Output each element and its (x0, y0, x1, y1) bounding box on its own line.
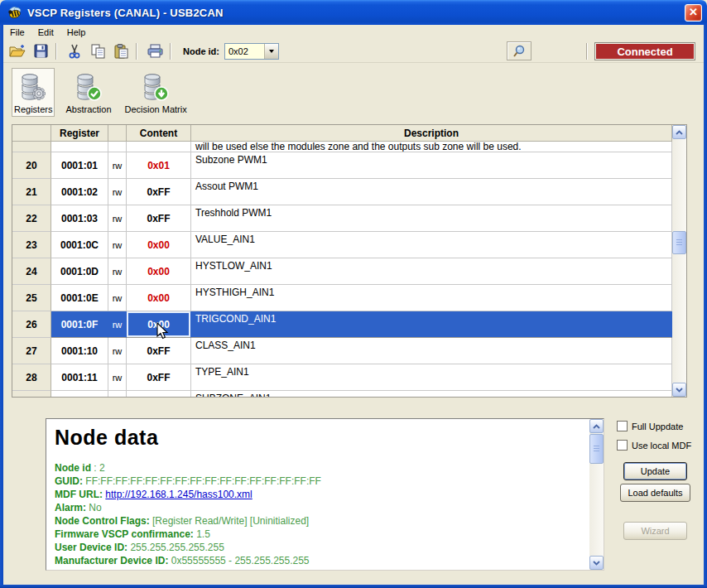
cell-number[interactable]: 28 (12, 364, 51, 391)
use-local-mdf-option[interactable]: Use local MDF (617, 440, 700, 451)
cell-flag[interactable]: rw (108, 338, 127, 364)
table-scrollbar[interactable] (672, 125, 686, 397)
cell-flag[interactable]: rw (108, 232, 127, 258)
wizard-button[interactable]: Wizard (623, 522, 687, 540)
cell-register[interactable]: 0001:10 (51, 338, 108, 364)
node-data-line: Alarm: No (55, 501, 584, 514)
cell-register[interactable]: 0001:11 (51, 364, 108, 391)
col-header-description[interactable]: Description (191, 125, 672, 142)
load-defaults-button[interactable]: Load defaults (620, 484, 690, 502)
cell-description[interactable]: TRIGCOND_AIN1 (191, 311, 672, 338)
window-border-left (0, 23, 3, 588)
use-local-mdf-checkbox[interactable] (617, 440, 628, 451)
cut-icon[interactable] (65, 43, 84, 60)
mdf-url-link[interactable]: http://192.168.1.245/hass100.xml (105, 489, 252, 500)
table-row[interactable]: 24 0001:0D rw 0x00 HYSTLOW_AIN1 (12, 258, 672, 285)
cell-description[interactable]: VALUE_AIN1 (191, 232, 672, 258)
cell-description[interactable]: HYSTLOW_AIN1 (191, 258, 672, 285)
cell-number[interactable]: 21 (12, 179, 51, 205)
cell-register[interactable]: 0001:0C (51, 232, 108, 258)
col-header-content[interactable]: Content (127, 125, 191, 142)
node-data-scrollbar[interactable] (589, 419, 604, 570)
table-row[interactable]: 25 0001:0E rw 0x00 HYSTHIGH_AIN1 (12, 285, 672, 311)
cell-content[interactable]: 0xFF (127, 205, 191, 232)
col-header-register[interactable]: Register (51, 125, 108, 142)
cell-description[interactable]: HYSTHIGH_AIN1 (191, 285, 672, 311)
combo-dropdown-button[interactable] (264, 44, 278, 59)
node-data-line: Manufacturer Device ID: 0x55555555 - 255… (55, 554, 584, 567)
table-row[interactable]: 27 0001:10 rw 0xFF CLASS_AIN1 (12, 338, 672, 364)
cell-flag[interactable]: rw (108, 364, 127, 391)
cell-content[interactable]: 0x00 (127, 232, 191, 258)
scroll-up-button[interactable] (589, 419, 604, 433)
cell-number[interactable]: 22 (12, 205, 51, 232)
table-row-partial-top[interactable]: will be used else the modules zone and t… (12, 142, 672, 152)
user-device-id-field-label: User Device ID: (55, 542, 127, 553)
cell-flag[interactable]: rw (108, 285, 127, 311)
cell-number[interactable]: 27 (12, 338, 51, 364)
connection-status-badge[interactable]: Connected (594, 42, 695, 60)
cell-content[interactable]: 0x01 (127, 152, 191, 179)
table-row-selected[interactable]: 26 0001:0F rw 0x00 TRIGCOND_AIN1 (12, 311, 672, 338)
close-button[interactable]: ✕ (685, 4, 702, 22)
cell-number[interactable]: 23 (12, 232, 51, 258)
node-id-label: Node id: (183, 46, 219, 56)
cell-flag[interactable]: rw (108, 179, 127, 205)
scroll-thumb[interactable] (589, 434, 604, 464)
cell-content[interactable]: 0xFF (127, 179, 191, 205)
save-icon[interactable] (31, 43, 50, 60)
cell-number[interactable]: 26 (12, 311, 51, 338)
menu-item-file[interactable]: File (3, 26, 31, 39)
cell-register[interactable]: 0001:03 (51, 205, 108, 232)
cell-register[interactable]: 0001:0D (51, 258, 108, 285)
scroll-up-button[interactable] (672, 125, 686, 139)
table-row-partial-bottom[interactable]: SUBZONE_AIN1 (12, 391, 672, 398)
tab-abstraction[interactable]: Abstraction (63, 68, 113, 117)
open-icon[interactable] (8, 43, 26, 60)
menu-item-edit[interactable]: Edit (31, 26, 60, 39)
print-icon[interactable] (146, 43, 164, 60)
scroll-down-button[interactable] (589, 556, 604, 570)
cell-flag (108, 391, 127, 398)
cell-description[interactable]: TYPE_AIN1 (191, 364, 672, 391)
table-row[interactable]: 28 0001:11 rw 0xFF TYPE_AIN1 (12, 364, 672, 391)
col-header-rownum (12, 125, 51, 142)
node-id-combobox[interactable]: 0x02 (224, 43, 279, 60)
cell-number[interactable]: 24 (12, 258, 51, 285)
full-update-label: Full Uppdate (632, 422, 683, 431)
table-row[interactable]: 21 0001:02 rw 0xFF Assout PWM1 (12, 179, 672, 205)
copy-icon[interactable] (89, 43, 107, 60)
cell-register[interactable]: 0001:01 (51, 152, 108, 179)
cell-register[interactable]: 0001:02 (51, 179, 108, 205)
scroll-down-button[interactable] (672, 383, 686, 397)
table-row[interactable]: 22 0001:03 rw 0xFF Treshhold PWM1 (12, 205, 672, 232)
full-update-option[interactable]: Full Uppdate (617, 421, 700, 431)
search-button[interactable] (507, 41, 531, 60)
tab-decision-matrix[interactable]: Decision Matrix (123, 68, 190, 117)
cell-flag[interactable]: rw (108, 152, 127, 179)
full-update-checkbox[interactable] (617, 421, 628, 431)
cell-description[interactable]: Assout PWM1 (191, 179, 672, 205)
scroll-thumb[interactable] (672, 231, 686, 254)
paste-icon[interactable] (112, 43, 130, 60)
cell-content[interactable]: 0x00 (127, 285, 191, 311)
menu-item-help[interactable]: Help (60, 26, 93, 39)
title-bar[interactable]: VSCP Registers (CANAL) - USB2CAN ✕ (0, 0, 707, 25)
tab-registers[interactable]: Registers (12, 68, 55, 117)
cell-description[interactable]: CLASS_AIN1 (191, 338, 672, 364)
cell-flag[interactable]: rw (108, 205, 127, 232)
cell-number[interactable]: 20 (12, 152, 51, 179)
cell-flag[interactable]: rw (108, 258, 127, 285)
cell-content[interactable]: 0xFF (127, 338, 191, 364)
cell-content[interactable]: 0x00 (127, 258, 191, 285)
cell-content[interactable]: 0xFF (127, 364, 191, 391)
cell-flag[interactable]: rw (108, 311, 127, 338)
cell-register[interactable]: 0001:0E (51, 285, 108, 311)
cell-number[interactable]: 25 (12, 285, 51, 311)
cell-register[interactable]: 0001:0F (51, 311, 108, 338)
cell-description[interactable]: Subzone PWM1 (191, 152, 672, 179)
table-row[interactable]: 20 0001:01 rw 0x01 Subzone PWM1 (12, 152, 672, 179)
update-button[interactable]: Update (623, 462, 687, 480)
cell-description[interactable]: Treshhold PWM1 (191, 205, 672, 232)
table-row[interactable]: 23 0001:0C rw 0x00 VALUE_AIN1 (12, 232, 672, 258)
